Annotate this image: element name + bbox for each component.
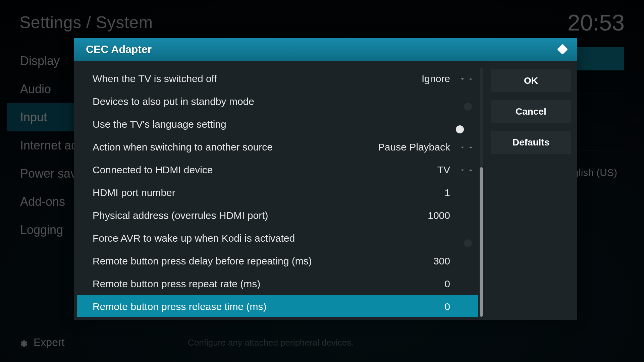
svg-rect-0	[557, 44, 568, 55]
dialog-action-pane: OK Cancel Defaults	[485, 61, 577, 320]
setting-row[interactable]: Remote button press delay before repeati…	[77, 250, 478, 273]
setting-label: HDMI port number	[93, 187, 444, 198]
setting-row[interactable]: Devices to also put in standby mode	[77, 90, 478, 113]
setting-row[interactable]: Physical address (overrules HDMI port)10…	[77, 204, 478, 227]
scrollbar-thumb[interactable]	[480, 167, 483, 317]
setting-value: TV	[437, 164, 454, 176]
setting-row[interactable]: Remote button press repeat rate (ms)0	[77, 273, 478, 295]
setting-row[interactable]: Force AVR to wake up when Kodi is activa…	[77, 227, 478, 250]
setting-row[interactable]: Connected to HDMI deviceTV	[77, 159, 478, 181]
setting-value: Pause Playback	[378, 141, 454, 153]
setting-label: Remote button press delay before repeati…	[93, 255, 433, 267]
defaults-button[interactable]: Defaults	[491, 131, 571, 154]
setting-label: Remote button press release time (ms)	[93, 301, 444, 312]
setting-value: 300	[433, 255, 454, 267]
cec-adapter-dialog: CEC Adapter When the TV is switched offI…	[74, 38, 577, 320]
ok-button[interactable]: OK	[491, 69, 571, 92]
setting-label: Force AVR to wake up when Kodi is activa…	[93, 233, 454, 244]
kodi-logo-icon	[557, 44, 568, 55]
setting-value: 0	[444, 301, 454, 312]
dialog-settings-pane: When the TV is switched offIgnoreDevices…	[74, 61, 485, 320]
setting-row[interactable]: Remote button press release time (ms)0	[77, 295, 478, 317]
setting-label: Use the TV's language setting	[93, 119, 454, 130]
dialog-title: CEC Adapter	[86, 43, 152, 56]
spinner-icon[interactable]	[454, 144, 474, 151]
setting-row[interactable]: Action when switching to another sourceP…	[77, 136, 478, 159]
spinner-icon[interactable]	[454, 167, 474, 174]
setting-value: 0	[444, 278, 454, 290]
cancel-button[interactable]: Cancel	[491, 100, 571, 123]
setting-value: 1	[444, 187, 454, 198]
spinner-icon[interactable]	[454, 75, 474, 82]
setting-row[interactable]: HDMI port number1	[77, 181, 478, 204]
setting-row[interactable]: When the TV is switched offIgnore	[77, 67, 478, 90]
scrollbar[interactable]	[480, 67, 483, 317]
setting-label: Action when switching to another source	[93, 141, 378, 153]
setting-label: Devices to also put in standby mode	[93, 96, 454, 107]
dialog-header: CEC Adapter	[74, 38, 577, 61]
setting-label: Remote button press repeat rate (ms)	[93, 278, 444, 290]
setting-value: Ignore	[422, 73, 454, 84]
setting-label: When the TV is switched off	[93, 73, 422, 84]
setting-value: 1000	[428, 210, 454, 221]
setting-row[interactable]: Use the TV's language setting	[77, 113, 478, 136]
setting-label: Physical address (overrules HDMI port)	[93, 210, 428, 221]
setting-label: Connected to HDMI device	[93, 164, 437, 176]
